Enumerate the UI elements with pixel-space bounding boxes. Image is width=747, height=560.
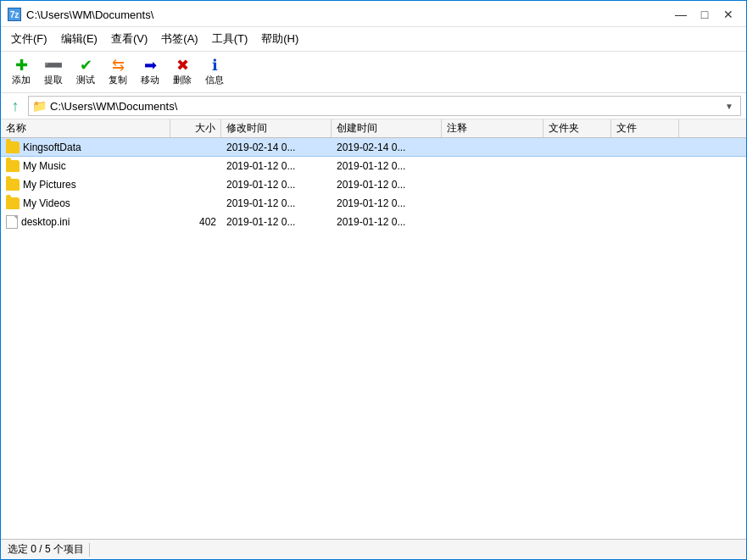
- window-controls: — □ ✕: [670, 6, 739, 23]
- delete-icon: ✖: [176, 58, 189, 73]
- file-comment-cell: [442, 175, 544, 193]
- file-created-cell: 2019-01-12 0...: [332, 175, 442, 193]
- table-row[interactable]: My Music2019-01-12 0...2019-01-12 0...: [1, 157, 746, 175]
- file-modified-cell: 2019-01-12 0...: [221, 194, 332, 212]
- file-size-cell: [170, 157, 221, 175]
- folder-icon: [6, 197, 20, 209]
- add-icon: ✚: [15, 58, 28, 73]
- file-created-cell: 2019-01-12 0...: [332, 157, 442, 175]
- col-header-modified[interactable]: 修改时间: [221, 119, 332, 137]
- file-name-label: My Music: [23, 160, 66, 172]
- menu-file[interactable]: 文件(F): [4, 29, 54, 49]
- menu-help[interactable]: 帮助(H): [254, 29, 305, 49]
- info-label: 信息: [205, 74, 224, 86]
- extract-button[interactable]: ➖ 提取: [38, 55, 69, 89]
- title-bar-left: 7z C:\Users\WM\Documents\: [8, 8, 153, 21]
- menu-bookmarks[interactable]: 书签(A): [154, 29, 204, 49]
- test-button[interactable]: ✔ 测试: [70, 55, 101, 89]
- file-name-cell: KingsoftData: [1, 138, 170, 156]
- file-modified-cell: 2019-01-12 0...: [221, 175, 332, 193]
- address-dropdown-icon[interactable]: ▼: [722, 102, 737, 111]
- file-folders-cell: [544, 157, 611, 175]
- col-header-folders[interactable]: 文件夹: [544, 119, 611, 137]
- move-button[interactable]: ➡ 移动: [135, 55, 165, 89]
- up-arrow-icon: ↑: [12, 97, 20, 115]
- copy-icon: ⇆: [112, 58, 125, 73]
- add-button[interactable]: ✚ 添加: [6, 55, 36, 89]
- file-icon: [6, 215, 18, 229]
- move-icon: ➡: [144, 58, 157, 73]
- delete-button[interactable]: ✖ 删除: [167, 55, 198, 89]
- file-name-cell: My Pictures: [1, 175, 170, 193]
- file-files-cell: [611, 213, 679, 230]
- maximize-button[interactable]: □: [694, 6, 716, 23]
- folder-icon: [6, 160, 20, 172]
- folder-icon: [6, 141, 20, 153]
- file-modified-cell: 2019-01-12 0...: [221, 157, 332, 175]
- delete-label: 删除: [173, 74, 192, 86]
- minimize-button[interactable]: —: [670, 6, 692, 23]
- file-size-cell: [170, 175, 221, 193]
- column-header: 名称 大小 修改时间 创建时间 注释 文件夹 文件: [1, 119, 746, 138]
- close-button[interactable]: ✕: [717, 6, 739, 23]
- toolbar: ✚ 添加 ➖ 提取 ✔ 测试 ⇆ 复制 ➡ 移动 ✖ 删除 ℹ 信息: [1, 52, 746, 93]
- table-row[interactable]: My Pictures2019-01-12 0...2019-01-12 0..…: [1, 175, 746, 194]
- file-modified-cell: 2019-02-14 0...: [221, 138, 332, 156]
- table-row[interactable]: My Videos2019-01-12 0...2019-01-12 0...: [1, 194, 746, 213]
- main-window: 7z C:\Users\WM\Documents\ — □ ✕ 文件(F) 编辑…: [0, 0, 747, 560]
- address-input[interactable]: [50, 100, 722, 113]
- file-rows-container: KingsoftData2019-02-14 0...2019-02-14 0.…: [1, 138, 746, 231]
- file-size-cell: [170, 194, 221, 212]
- file-files-cell: [611, 157, 679, 175]
- file-name-cell: My Videos: [1, 194, 170, 212]
- info-button[interactable]: ℹ 信息: [199, 55, 230, 89]
- file-comment-cell: [442, 213, 544, 230]
- col-header-name[interactable]: 名称: [1, 119, 170, 137]
- copy-label: 复制: [109, 74, 127, 86]
- file-comment-cell: [442, 157, 544, 175]
- file-list: 名称 大小 修改时间 创建时间 注释 文件夹 文件 KingsoftData20…: [1, 119, 746, 539]
- status-separator: [89, 543, 90, 557]
- table-row[interactable]: desktop.ini4022019-01-12 0...2019-01-12 …: [1, 213, 746, 231]
- file-comment-cell: [442, 138, 544, 156]
- file-name-label: My Pictures: [23, 179, 76, 191]
- address-bar: ↑ 📁 ▼: [1, 93, 746, 119]
- test-icon: ✔: [80, 58, 92, 73]
- col-header-created[interactable]: 创建时间: [332, 119, 442, 137]
- file-created-cell: 2019-01-12 0...: [332, 194, 442, 212]
- window-title: C:\Users\WM\Documents\: [26, 8, 153, 21]
- title-bar: 7z C:\Users\WM\Documents\ — □ ✕: [1, 1, 746, 27]
- file-name-cell: My Music: [1, 157, 170, 175]
- menu-view[interactable]: 查看(V): [104, 29, 154, 49]
- table-row[interactable]: KingsoftData2019-02-14 0...2019-02-14 0.…: [1, 138, 746, 157]
- file-name-cell: desktop.ini: [1, 213, 170, 230]
- extract-icon: ➖: [44, 58, 63, 73]
- col-header-size[interactable]: 大小: [170, 119, 221, 137]
- menu-tools[interactable]: 工具(T): [205, 29, 255, 49]
- file-modified-cell: 2019-01-12 0...: [221, 213, 332, 230]
- up-button[interactable]: ↑: [6, 97, 25, 115]
- folder-small-icon: 📁: [32, 99, 47, 113]
- file-name-label: desktop.ini: [21, 216, 70, 228]
- file-created-cell: 2019-02-14 0...: [332, 138, 442, 156]
- file-folders-cell: [544, 138, 611, 156]
- extract-label: 提取: [44, 74, 63, 86]
- file-name-label: My Videos: [23, 197, 70, 209]
- add-label: 添加: [12, 74, 31, 86]
- status-bar: 选定 0 / 5 个项目: [1, 539, 746, 559]
- file-name-label: KingsoftData: [23, 141, 81, 153]
- menu-edit[interactable]: 编辑(E): [54, 29, 104, 49]
- col-header-comment[interactable]: 注释: [442, 119, 544, 137]
- file-created-cell: 2019-01-12 0...: [332, 213, 442, 230]
- move-label: 移动: [141, 74, 159, 86]
- address-input-wrap: 📁 ▼: [28, 96, 741, 116]
- file-files-cell: [611, 194, 679, 212]
- file-folders-cell: [544, 194, 611, 212]
- menu-bar: 文件(F) 编辑(E) 查看(V) 书签(A) 工具(T) 帮助(H): [1, 27, 746, 52]
- file-folders-cell: [544, 213, 611, 230]
- file-size-cell: [170, 138, 221, 156]
- file-folders-cell: [544, 175, 611, 193]
- col-header-files[interactable]: 文件: [611, 119, 679, 137]
- test-label: 测试: [76, 74, 95, 86]
- copy-button[interactable]: ⇆ 复制: [103, 55, 133, 89]
